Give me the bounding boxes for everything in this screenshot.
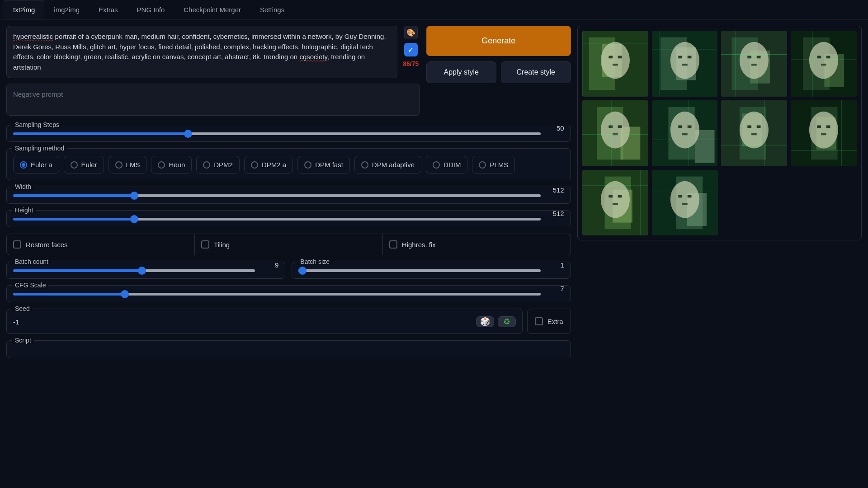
svg-point-48 bbox=[670, 112, 699, 149]
gallery-thumb[interactable] bbox=[652, 170, 718, 236]
batch-size-label: Batch size bbox=[297, 258, 332, 265]
svg-rect-76 bbox=[609, 195, 613, 197]
batch-size-value: 1 bbox=[546, 261, 564, 269]
palette-icon[interactable]: 🎨 bbox=[404, 26, 418, 39]
script-panel: Script bbox=[6, 340, 571, 358]
negative-prompt-input[interactable] bbox=[6, 84, 420, 116]
sampling-steps-slider[interactable] bbox=[13, 132, 541, 135]
gallery-thumb[interactable] bbox=[582, 100, 648, 166]
svg-rect-68 bbox=[826, 125, 830, 128]
tab-png-info[interactable]: PNG Info bbox=[127, 0, 175, 19]
radio-icon bbox=[20, 161, 27, 169]
generate-button[interactable]: Generate bbox=[426, 26, 571, 56]
svg-rect-4 bbox=[609, 56, 613, 58]
svg-point-12 bbox=[670, 42, 699, 79]
output-gallery bbox=[577, 26, 862, 240]
svg-point-39 bbox=[601, 112, 630, 149]
check-icon[interactable]: ✓ bbox=[404, 43, 418, 56]
svg-rect-23 bbox=[757, 56, 761, 58]
svg-rect-22 bbox=[748, 56, 752, 58]
svg-point-21 bbox=[740, 42, 769, 79]
batch-count-slider[interactable] bbox=[13, 269, 255, 272]
svg-rect-87 bbox=[682, 203, 688, 205]
cfg-value: 7 bbox=[546, 285, 564, 292]
gallery-thumb[interactable] bbox=[652, 100, 718, 166]
gallery-thumb[interactable] bbox=[652, 31, 718, 97]
tab-checkpoint-merger[interactable]: Checkpoint Merger bbox=[174, 0, 250, 19]
svg-rect-24 bbox=[751, 64, 757, 66]
gallery-thumb[interactable] bbox=[582, 170, 648, 236]
script-label: Script bbox=[12, 337, 34, 344]
token-counter: 86/75 bbox=[403, 60, 419, 67]
radio-icon bbox=[115, 161, 123, 169]
dice-icon[interactable]: 🎲 bbox=[476, 316, 494, 327]
gallery-thumb[interactable] bbox=[721, 31, 787, 97]
gallery-thumb[interactable] bbox=[791, 100, 857, 166]
sampler-dpm-fast[interactable]: DPM fast bbox=[297, 156, 350, 174]
svg-rect-6 bbox=[613, 64, 618, 66]
seed-panel: Seed 🎲 ♻ bbox=[6, 309, 523, 334]
gallery-thumb[interactable] bbox=[582, 31, 648, 97]
sampler-ddim[interactable]: DDIM bbox=[426, 156, 467, 174]
gallery-thumb[interactable] bbox=[791, 31, 857, 97]
svg-point-57 bbox=[740, 112, 769, 149]
batch-count-value: 9 bbox=[260, 261, 278, 269]
gallery-thumb[interactable] bbox=[721, 100, 787, 166]
seed-input[interactable] bbox=[13, 318, 472, 326]
cfg-slider[interactable] bbox=[13, 293, 541, 296]
sampler-plms[interactable]: PLMS bbox=[472, 156, 515, 174]
svg-point-75 bbox=[601, 181, 630, 218]
tab-extras[interactable]: Extras bbox=[89, 0, 127, 19]
highres-fix-checkbox[interactable]: Highres. fix bbox=[383, 234, 571, 255]
radio-icon bbox=[479, 161, 486, 169]
sampler-dpm-adaptive[interactable]: DPM adaptive bbox=[354, 156, 421, 174]
tiling-checkbox[interactable]: Tiling bbox=[195, 234, 383, 255]
svg-rect-42 bbox=[613, 133, 618, 135]
height-panel: Height 512 bbox=[6, 210, 571, 227]
tab-settings[interactable]: Settings bbox=[250, 0, 294, 19]
height-slider[interactable] bbox=[13, 218, 541, 221]
svg-rect-31 bbox=[817, 56, 821, 58]
radio-icon bbox=[304, 161, 311, 169]
tab-img2img[interactable]: img2img bbox=[44, 0, 89, 19]
svg-rect-13 bbox=[678, 56, 682, 58]
cfg-panel: CFG Scale 7 bbox=[6, 285, 571, 302]
apply-style-button[interactable]: Apply style bbox=[426, 61, 496, 83]
batch-count-panel: Batch count 9 bbox=[6, 262, 285, 279]
width-panel: Width 512 bbox=[6, 187, 571, 204]
recycle-icon[interactable]: ♻ bbox=[498, 316, 516, 327]
seed-label: Seed bbox=[12, 305, 33, 312]
svg-rect-60 bbox=[751, 133, 757, 135]
batch-size-slider[interactable] bbox=[298, 269, 540, 272]
sampler-euler[interactable]: Euler bbox=[64, 156, 104, 174]
tab-bar: txt2imgimg2imgExtrasPNG InfoCheckpoint M… bbox=[0, 0, 868, 19]
sampler-lms[interactable]: LMS bbox=[108, 156, 147, 174]
svg-rect-69 bbox=[821, 133, 826, 135]
radio-icon bbox=[158, 161, 165, 169]
svg-rect-33 bbox=[821, 64, 826, 66]
batch-count-label: Batch count bbox=[12, 258, 51, 265]
sampler-heun[interactable]: Heun bbox=[151, 156, 192, 174]
prompt-input[interactable]: hyperrealistic portrait of a cyberpunk m… bbox=[6, 26, 397, 78]
svg-rect-32 bbox=[826, 56, 830, 58]
svg-rect-59 bbox=[757, 125, 761, 128]
extra-checkbox[interactable]: Extra bbox=[527, 309, 571, 334]
sampler-dpm2-a[interactable]: DPM2 a bbox=[244, 156, 293, 174]
restore-faces-checkbox[interactable]: Restore faces bbox=[6, 234, 195, 255]
svg-rect-67 bbox=[817, 125, 821, 128]
radio-icon bbox=[203, 161, 210, 169]
svg-point-84 bbox=[670, 181, 699, 218]
svg-point-66 bbox=[809, 112, 838, 149]
svg-rect-41 bbox=[618, 125, 622, 128]
width-value: 512 bbox=[546, 186, 564, 194]
height-value: 512 bbox=[546, 210, 564, 217]
sampler-euler-a[interactable]: Euler a bbox=[13, 156, 59, 174]
width-slider[interactable] bbox=[13, 194, 541, 197]
sampling-method-panel: Sampling method Euler aEulerLMSHeunDPM2D… bbox=[6, 148, 571, 180]
tab-txt2img[interactable]: txt2img bbox=[4, 0, 44, 19]
sampling-steps-label: Sampling Steps bbox=[12, 121, 62, 128]
svg-rect-14 bbox=[687, 56, 691, 58]
radio-icon bbox=[433, 161, 440, 169]
sampler-dpm2[interactable]: DPM2 bbox=[196, 156, 240, 174]
create-style-button[interactable]: Create style bbox=[501, 61, 571, 83]
